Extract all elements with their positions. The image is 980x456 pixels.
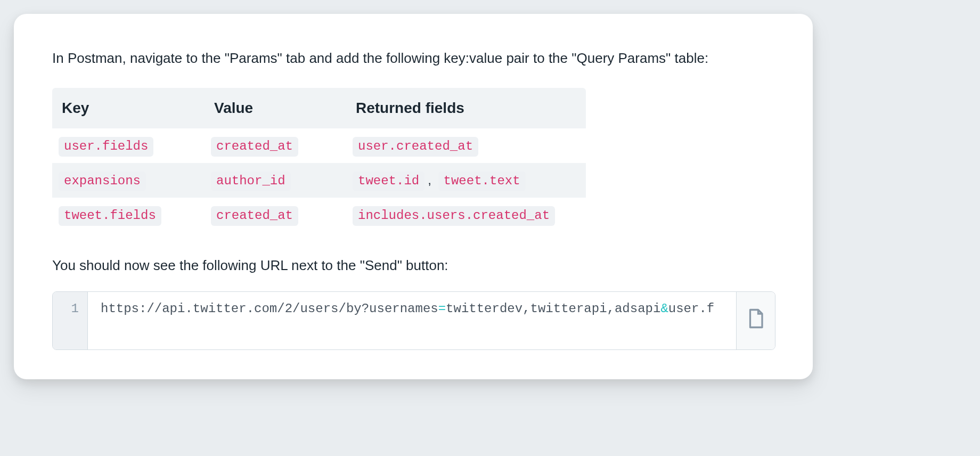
table-row: tweet.fields created_at includes.users.c… [52,198,586,232]
cell-returned: user.created_at [346,128,586,163]
code-seg: twitterdev,twitterapi,adsapi [446,302,660,316]
cell-value: author_id [211,172,291,191]
doc-card: In Postman, navigate to the "Params" tab… [14,14,813,379]
cell-key: tweet.fields [59,206,161,226]
outro-paragraph: You should now see the following URL nex… [52,256,775,275]
table-row: expansions author_id tweet.id, tweet.tex… [52,163,586,198]
code-seg: https://api.twitter.com/2/users/by?usern… [101,302,438,316]
url-code-block: 1 https://api.twitter.com/2/users/by?use… [52,291,775,350]
th-returned: Returned fields [346,88,586,128]
th-value: Value [205,88,346,128]
returned-code: includes.users.created_at [353,206,555,226]
copy-button[interactable] [736,292,775,349]
code-gutter: 1 [53,292,88,349]
cell-value: created_at [211,137,298,157]
code-area[interactable]: https://api.twitter.com/2/users/by?usern… [88,292,736,349]
returned-code: tweet.text [438,172,526,191]
line-number: 1 [71,302,79,316]
params-table: Key Value Returned fields user.fields cr… [52,88,586,232]
intro-paragraph: In Postman, navigate to the "Params" tab… [52,48,775,68]
cell-key: expansions [59,172,146,191]
th-key: Key [52,88,205,128]
returned-code: user.created_at [353,137,478,157]
cell-value: created_at [211,206,298,226]
cell-returned: tweet.id, tweet.text [346,163,586,198]
code-seg-amp: & [660,302,668,316]
returned-code: tweet.id [353,172,424,191]
table-row: user.fields created_at user.created_at [52,128,586,163]
separator: , [424,173,435,187]
table-header-row: Key Value Returned fields [52,88,586,128]
cell-key: user.fields [59,137,153,157]
code-seg: user.f [668,302,714,316]
copy-icon [746,307,765,333]
cell-returned: includes.users.created_at [346,198,586,232]
code-seg-eq: = [438,302,446,316]
